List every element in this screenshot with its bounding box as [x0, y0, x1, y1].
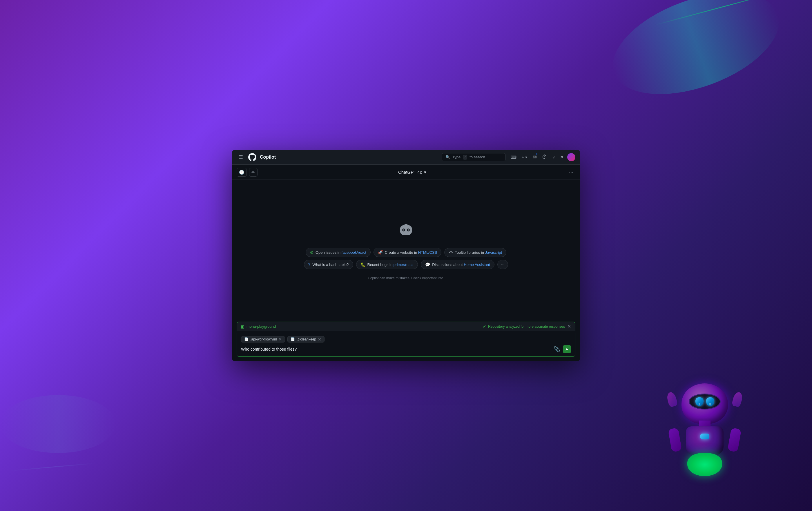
robot-arm-right — [727, 428, 741, 452]
hamburger-button[interactable]: ☰ — [237, 152, 245, 162]
chip-text-2: Create a website in HTML/CSS — [385, 250, 437, 255]
code-icon: <> — [448, 250, 453, 254]
issue-icon: ⊙ — [310, 250, 314, 255]
nav-left: ☰ Copilot — [237, 152, 276, 162]
more-chips-button[interactable]: ··· — [497, 260, 509, 269]
chip-row-2: ? What is a hash table? 🐛 Recent bugs in… — [304, 260, 509, 269]
svg-point-5 — [403, 229, 404, 231]
chip-text-4: What is a hash table? — [312, 262, 349, 267]
robot-tail — [687, 453, 722, 476]
file-tag-name-1: .api-workflow.yml — [250, 337, 277, 341]
attach-button[interactable]: 📎 — [552, 345, 561, 353]
chip-recent-bugs[interactable]: 🐛 Recent bugs in primer/react — [356, 260, 418, 269]
copilot-toolbar: 🕐 ✏ ChatGPT 4o ▾ ··· — [232, 165, 580, 180]
browser-window: ☰ Copilot 🔍 Type / to search ⌨ + ▾ ✉ ⏱ ⑂… — [232, 150, 580, 361]
app-title: Copilot — [260, 154, 276, 160]
issues-button[interactable]: ⚑ — [558, 153, 566, 161]
input-area: ▣ mona-playground ✓ Repository analyzed … — [232, 322, 580, 361]
repo-status-text: Repository analyzed for more accurate re… — [488, 324, 565, 329]
robot-torso — [686, 426, 724, 455]
chip-text-3: Tooltip libraries in Javascript — [455, 250, 502, 255]
pr-button[interactable]: ⑂ — [551, 153, 556, 161]
repo-status: ✓ Repository analyzed for more accurate … — [278, 324, 572, 329]
input-box: 📄 .api-workflow.yml ✕ 📄 .cicleankeep ✕ W… — [237, 333, 575, 357]
chip-tooltip-libs[interactable]: <> Tooltip libraries in Javascript — [444, 248, 506, 257]
bug-icon: 🐛 — [360, 262, 366, 267]
robot-visor — [689, 394, 721, 409]
discussion-icon: 💬 — [425, 262, 430, 267]
model-label: ChatGPT 4o — [398, 170, 422, 175]
robot-eyes — [690, 397, 720, 406]
model-selector[interactable]: ChatGPT 4o ▾ — [395, 168, 429, 176]
chip-open-issues[interactable]: ⊙ Open issues in facebook/react — [306, 248, 371, 257]
nav-actions: ⌨ + ▾ ✉ ⏱ ⑂ ⚑ — [509, 152, 575, 162]
robot-eye-right — [706, 397, 714, 406]
toolbar-left: 🕐 ✏ — [237, 168, 258, 177]
accent-line-bottom — [9, 463, 95, 471]
search-text: Type — [453, 155, 461, 159]
text-input-row: Who contributed to those files? 📎 ➤ — [241, 345, 571, 353]
file-icon-2: 📄 — [291, 337, 295, 341]
svg-rect-3 — [402, 233, 410, 235]
toolbar-center: ChatGPT 4o ▾ — [258, 168, 567, 176]
chip-row-1: ⊙ Open issues in facebook/react 🚀 Create… — [306, 248, 506, 257]
search-bar[interactable]: 🔍 Type / to search — [442, 153, 505, 161]
history-button[interactable]: 🕐 — [237, 168, 247, 177]
repo-name: mona-playground — [246, 324, 276, 329]
disclaimer: Copilot can make mistakes. Check importa… — [368, 276, 444, 280]
toolbar-right: ··· — [567, 168, 575, 177]
chip-hash-table[interactable]: ? What is a hash table? — [304, 260, 353, 269]
suggestion-chips: ⊙ Open issues in facebook/react 🚀 Create… — [304, 248, 509, 269]
search-kbd: / — [463, 155, 467, 160]
robot-mascot — [661, 384, 748, 482]
file-tag-close-2[interactable]: ✕ — [318, 337, 321, 341]
new-button[interactable]: + ▾ — [520, 153, 529, 161]
file-icon-1: 📄 — [244, 337, 249, 341]
chevron-down-icon: ▾ — [424, 170, 426, 175]
robot-ear-right — [731, 391, 744, 407]
chip-text-1: Open issues in facebook/react — [316, 250, 366, 255]
svg-point-6 — [408, 229, 409, 231]
repo-bar: ▣ mona-playground ✓ Repository analyzed … — [237, 322, 575, 331]
nav-bar: ☰ Copilot 🔍 Type / to search ⌨ + ▾ ✉ ⏱ ⑂… — [232, 150, 580, 165]
accent-line-top — [655, 0, 795, 26]
send-button[interactable]: ➤ — [563, 345, 571, 353]
checkmark-icon: ✓ — [483, 324, 486, 329]
chip-text-6: Discussions about Home Assistant — [432, 262, 490, 267]
robot-neck — [699, 421, 710, 428]
robot-chest-light — [700, 433, 709, 439]
terminal-button[interactable]: ⌨ — [509, 153, 518, 161]
file-tag-name-2: .cicleankeep — [297, 337, 316, 341]
svg-rect-4 — [404, 224, 408, 227]
repo-icon: ▣ — [240, 324, 244, 329]
robot-arm-left — [668, 428, 682, 452]
github-logo — [248, 153, 256, 161]
file-tag-1: 📄 .api-workflow.yml ✕ — [241, 336, 285, 342]
robot-eye-left — [695, 397, 703, 406]
file-tags: 📄 .api-workflow.yml ✕ 📄 .cicleankeep ✕ — [241, 336, 571, 342]
search-icon: 🔍 — [445, 155, 450, 159]
copilot-logo — [398, 221, 414, 241]
inbox-badge — [535, 153, 538, 155]
question-icon: ? — [308, 262, 311, 267]
more-options-button[interactable]: ··· — [567, 168, 575, 177]
timer-button[interactable]: ⏱ — [540, 152, 549, 162]
chip-text-5: Recent bugs in primer/react — [368, 262, 414, 267]
chip-discussions[interactable]: 💬 Discussions about Home Assistant — [421, 260, 494, 269]
input-actions: 📎 ➤ — [552, 345, 571, 353]
repo-close-button[interactable]: ✕ — [567, 324, 572, 329]
content-area: 🕐 ✏ ChatGPT 4o ▾ ··· — [232, 165, 580, 361]
robot-ear-left — [666, 391, 678, 407]
search-suffix: to search — [469, 155, 485, 159]
rocket-icon: 🚀 — [378, 250, 383, 255]
chip-create-website[interactable]: 🚀 Create a website in HTML/CSS — [374, 248, 442, 257]
file-tag-2: 📄 .cicleankeep ✕ — [287, 336, 324, 342]
message-input[interactable]: Who contributed to those files? — [241, 347, 550, 351]
inbox-button[interactable]: ✉ — [531, 152, 539, 162]
new-chat-button[interactable]: ✏ — [249, 168, 258, 177]
file-tag-close-1[interactable]: ✕ — [279, 337, 282, 341]
robot-head — [682, 384, 728, 424]
avatar[interactable] — [567, 153, 575, 161]
copilot-main: ⊙ Open issues in facebook/react 🚀 Create… — [232, 180, 580, 322]
svg-rect-0 — [400, 225, 412, 235]
